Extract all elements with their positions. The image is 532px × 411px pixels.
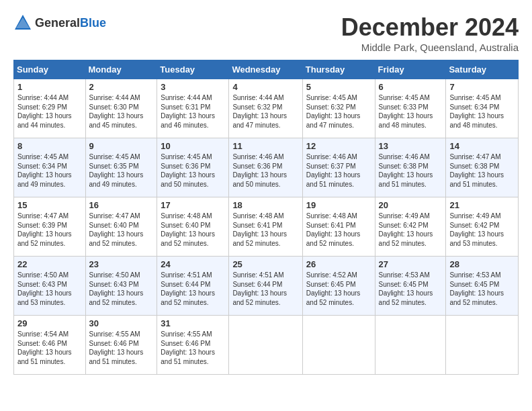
calendar-cell: 22Sunrise: 4:50 AM Sunset: 6:43 PM Dayli…	[14, 257, 86, 316]
day-content: Sunrise: 4:44 AM Sunset: 6:30 PM Dayligh…	[89, 93, 154, 130]
calendar-cell: 11Sunrise: 4:46 AM Sunset: 6:36 PM Dayli…	[229, 138, 302, 197]
header-sunday: Sunday	[14, 60, 86, 79]
day-number: 16	[89, 200, 154, 210]
day-number: 23	[89, 259, 154, 269]
day-number: 1	[17, 82, 82, 92]
calendar-cell: 21Sunrise: 4:49 AM Sunset: 6:42 PM Dayli…	[446, 197, 519, 257]
day-content: Sunrise: 4:52 AM Sunset: 6:45 PM Dayligh…	[306, 271, 371, 307]
day-number: 7	[449, 82, 515, 92]
day-number: 15	[17, 200, 82, 210]
location-subtitle: Middle Park, Queensland, Australia	[341, 42, 519, 53]
page-header: GeneralBlue December 2024 Middle Park, Q…	[13, 13, 519, 53]
day-number: 9	[89, 141, 154, 151]
logo: GeneralBlue	[13, 13, 106, 32]
logo-general: General	[35, 16, 80, 30]
day-content: Sunrise: 4:50 AM Sunset: 6:43 PM Dayligh…	[89, 271, 154, 307]
calendar-header-row: SundayMondayTuesdayWednesdayThursdayFrid…	[14, 60, 519, 79]
day-content: Sunrise: 4:53 AM Sunset: 6:45 PM Dayligh…	[379, 271, 443, 307]
day-number: 29	[17, 318, 82, 328]
day-number: 21	[449, 200, 515, 210]
header-saturday: Saturday	[446, 60, 519, 79]
calendar-cell: 13Sunrise: 4:46 AM Sunset: 6:38 PM Dayli…	[375, 138, 446, 197]
day-content: Sunrise: 4:45 AM Sunset: 6:35 PM Dayligh…	[89, 152, 154, 189]
calendar-week-2: 8Sunrise: 4:45 AM Sunset: 6:34 PM Daylig…	[14, 138, 519, 197]
day-content: Sunrise: 4:46 AM Sunset: 6:38 PM Dayligh…	[379, 152, 443, 189]
calendar-cell: 14Sunrise: 4:47 AM Sunset: 6:38 PM Dayli…	[446, 138, 519, 197]
header-wednesday: Wednesday	[229, 60, 302, 79]
day-number: 18	[232, 200, 298, 210]
day-content: Sunrise: 4:51 AM Sunset: 6:44 PM Dayligh…	[232, 271, 298, 307]
day-content: Sunrise: 4:49 AM Sunset: 6:42 PM Dayligh…	[379, 212, 443, 248]
logo-icon	[13, 13, 32, 32]
calendar-cell: 23Sunrise: 4:50 AM Sunset: 6:43 PM Dayli…	[85, 257, 157, 316]
calendar-cell	[229, 316, 302, 375]
calendar-cell: 17Sunrise: 4:48 AM Sunset: 6:40 PM Dayli…	[157, 197, 229, 257]
calendar-week-4: 22Sunrise: 4:50 AM Sunset: 6:43 PM Dayli…	[14, 257, 519, 316]
calendar-cell: 28Sunrise: 4:53 AM Sunset: 6:45 PM Dayli…	[446, 257, 519, 316]
day-content: Sunrise: 4:44 AM Sunset: 6:32 PM Dayligh…	[232, 93, 298, 130]
calendar-table: SundayMondayTuesdayWednesdayThursdayFrid…	[13, 60, 519, 375]
calendar-cell: 29Sunrise: 4:54 AM Sunset: 6:46 PM Dayli…	[14, 316, 86, 375]
header-tuesday: Tuesday	[157, 60, 229, 79]
calendar-cell	[302, 316, 375, 375]
title-section: December 2024 Middle Park, Queensland, A…	[341, 13, 519, 53]
day-content: Sunrise: 4:45 AM Sunset: 6:34 PM Dayligh…	[449, 93, 515, 130]
calendar-cell: 4Sunrise: 4:44 AM Sunset: 6:32 PM Daylig…	[229, 79, 302, 138]
header-friday: Friday	[375, 60, 446, 79]
day-content: Sunrise: 4:47 AM Sunset: 6:39 PM Dayligh…	[17, 212, 82, 248]
day-number: 11	[232, 141, 298, 151]
day-number: 5	[306, 82, 371, 92]
day-content: Sunrise: 4:44 AM Sunset: 6:31 PM Dayligh…	[161, 93, 225, 130]
day-content: Sunrise: 4:44 AM Sunset: 6:29 PM Dayligh…	[17, 93, 82, 130]
calendar-cell: 3Sunrise: 4:44 AM Sunset: 6:31 PM Daylig…	[157, 79, 229, 138]
day-content: Sunrise: 4:45 AM Sunset: 6:36 PM Dayligh…	[161, 152, 225, 189]
header-monday: Monday	[85, 60, 157, 79]
day-content: Sunrise: 4:55 AM Sunset: 6:46 PM Dayligh…	[161, 330, 225, 366]
day-number: 31	[161, 318, 225, 328]
day-content: Sunrise: 4:50 AM Sunset: 6:43 PM Dayligh…	[17, 271, 82, 307]
calendar-cell: 16Sunrise: 4:47 AM Sunset: 6:40 PM Dayli…	[85, 197, 157, 257]
calendar-cell: 10Sunrise: 4:45 AM Sunset: 6:36 PM Dayli…	[157, 138, 229, 197]
day-number: 12	[306, 141, 371, 151]
day-number: 30	[89, 318, 154, 328]
day-number: 20	[379, 200, 443, 210]
day-number: 14	[449, 141, 515, 151]
calendar-cell: 9Sunrise: 4:45 AM Sunset: 6:35 PM Daylig…	[85, 138, 157, 197]
svg-marker-1	[16, 17, 30, 28]
day-content: Sunrise: 4:46 AM Sunset: 6:36 PM Dayligh…	[232, 152, 298, 189]
calendar-cell: 19Sunrise: 4:48 AM Sunset: 6:41 PM Dayli…	[302, 197, 375, 257]
calendar-cell: 15Sunrise: 4:47 AM Sunset: 6:39 PM Dayli…	[14, 197, 86, 257]
calendar-cell: 8Sunrise: 4:45 AM Sunset: 6:34 PM Daylig…	[14, 138, 86, 197]
month-title: December 2024	[341, 13, 519, 42]
calendar-cell: 1Sunrise: 4:44 AM Sunset: 6:29 PM Daylig…	[14, 79, 86, 138]
day-content: Sunrise: 4:47 AM Sunset: 6:38 PM Dayligh…	[449, 152, 515, 189]
day-number: 10	[161, 141, 225, 151]
calendar-week-1: 1Sunrise: 4:44 AM Sunset: 6:29 PM Daylig…	[14, 79, 519, 138]
day-content: Sunrise: 4:53 AM Sunset: 6:45 PM Dayligh…	[449, 271, 515, 307]
day-content: Sunrise: 4:55 AM Sunset: 6:46 PM Dayligh…	[89, 330, 154, 366]
calendar-cell: 20Sunrise: 4:49 AM Sunset: 6:42 PM Dayli…	[375, 197, 446, 257]
day-number: 2	[89, 82, 154, 92]
day-number: 22	[17, 259, 82, 269]
calendar-cell: 2Sunrise: 4:44 AM Sunset: 6:30 PM Daylig…	[85, 79, 157, 138]
day-number: 26	[306, 259, 371, 269]
day-content: Sunrise: 4:48 AM Sunset: 6:41 PM Dayligh…	[232, 212, 298, 248]
calendar-cell: 25Sunrise: 4:51 AM Sunset: 6:44 PM Dayli…	[229, 257, 302, 316]
calendar-cell: 7Sunrise: 4:45 AM Sunset: 6:34 PM Daylig…	[446, 79, 519, 138]
day-content: Sunrise: 4:48 AM Sunset: 6:40 PM Dayligh…	[161, 212, 225, 248]
day-number: 3	[161, 82, 225, 92]
calendar-cell: 31Sunrise: 4:55 AM Sunset: 6:46 PM Dayli…	[157, 316, 229, 375]
calendar-cell: 27Sunrise: 4:53 AM Sunset: 6:45 PM Dayli…	[375, 257, 446, 316]
calendar-cell: 24Sunrise: 4:51 AM Sunset: 6:44 PM Dayli…	[157, 257, 229, 316]
day-content: Sunrise: 4:45 AM Sunset: 6:33 PM Dayligh…	[379, 93, 443, 130]
day-number: 17	[161, 200, 225, 210]
calendar-week-5: 29Sunrise: 4:54 AM Sunset: 6:46 PM Dayli…	[14, 316, 519, 375]
calendar-cell	[446, 316, 519, 375]
day-content: Sunrise: 4:45 AM Sunset: 6:34 PM Dayligh…	[17, 152, 82, 189]
day-number: 27	[379, 259, 443, 269]
day-content: Sunrise: 4:46 AM Sunset: 6:37 PM Dayligh…	[306, 152, 371, 189]
calendar-cell: 12Sunrise: 4:46 AM Sunset: 6:37 PM Dayli…	[302, 138, 375, 197]
day-content: Sunrise: 4:47 AM Sunset: 6:40 PM Dayligh…	[89, 212, 154, 248]
calendar-cell: 30Sunrise: 4:55 AM Sunset: 6:46 PM Dayli…	[85, 316, 157, 375]
day-content: Sunrise: 4:54 AM Sunset: 6:46 PM Dayligh…	[17, 330, 82, 366]
